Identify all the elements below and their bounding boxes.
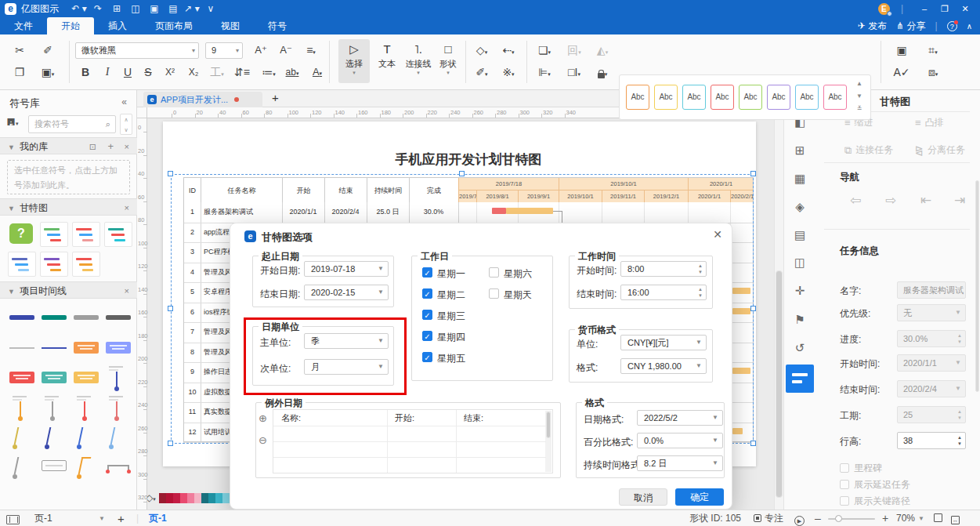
font-color-icon[interactable]: A▾	[307, 63, 327, 81]
layers-icon[interactable]: ◈	[784, 200, 815, 214]
help-icon[interactable]: ?	[947, 21, 957, 31]
menu-tab-插入[interactable]: 插入	[94, 17, 141, 34]
share-button[interactable]: ⋔ 分享	[896, 20, 925, 33]
timeline-symbol-12[interactable]	[8, 394, 38, 421]
presentation-icon[interactable]: ⚑	[784, 313, 815, 327]
active-page-tab[interactable]: 页-1	[149, 510, 167, 526]
palette-swatch-6[interactable]	[201, 493, 208, 503]
components-icon[interactable]: ⊞	[784, 143, 815, 158]
symbol-search-input[interactable]: 搜索符号 ⌕	[28, 115, 116, 133]
bullet-list-icon[interactable]: ≔▾	[259, 63, 279, 81]
gallery-up-icon[interactable]: ▲	[853, 80, 866, 87]
bold-icon[interactable]: B	[75, 63, 96, 81]
palette-swatch-4[interactable]	[187, 493, 194, 503]
flip-icon[interactable]: ◭▾	[592, 42, 613, 59]
field-开始日期[interactable]: 2019-07-18▼	[304, 261, 389, 277]
text-align-icon[interactable]: ≡▾	[301, 42, 321, 59]
timeline-symbol-20[interactable]	[8, 454, 38, 481]
close-button[interactable]: ✕	[955, 4, 975, 14]
cut-icon[interactable]: ✂	[9, 42, 30, 59]
font-family-select[interactable]: 微软雅黑▾	[75, 42, 199, 59]
nav-prev-icon[interactable]: ⇦	[850, 192, 861, 209]
timeline-symbol-0[interactable]	[8, 305, 38, 332]
maximize-button[interactable]: ❐	[935, 4, 955, 14]
timeline-symbol-21[interactable]	[40, 454, 70, 481]
add-exception-icon[interactable]: ⊕	[259, 412, 267, 424]
print-icon[interactable]: ▤	[164, 3, 183, 14]
checkbox-星期五[interactable]: ✓	[422, 352, 432, 362]
gantt-bar[interactable]	[506, 208, 553, 214]
page-select[interactable]: 页-1	[34, 510, 52, 526]
palette-swatch-7[interactable]	[208, 493, 215, 503]
selection-handle[interactable]	[750, 171, 756, 176]
selection-handle[interactable]	[459, 171, 465, 176]
timeline-symbol-19[interactable]	[104, 424, 134, 451]
increase-font-icon[interactable]: A⁺	[251, 42, 271, 59]
superscript-icon[interactable]: X²	[160, 63, 180, 81]
checkbox-星期一[interactable]: ✓	[422, 267, 432, 278]
effect-icon[interactable]: ※▾	[498, 63, 519, 81]
history-icon[interactable]: ↺	[784, 341, 815, 355]
open-file-icon[interactable]: ◫	[126, 3, 145, 14]
field-持续时间格式[interactable]: 8.2 日▼	[637, 455, 723, 471]
panel-scrollbar[interactable]	[975, 90, 980, 510]
zoom-out-button[interactable]: –	[815, 510, 821, 526]
selection-handle[interactable]	[750, 441, 756, 446]
field-主单位[interactable]: 季▼	[304, 333, 389, 349]
dropdown-caret-icon[interactable]: ▼	[712, 411, 718, 425]
field-结束时间[interactable]: 16:00▲▼	[620, 285, 707, 300]
palette-swatch-2[interactable]	[173, 493, 180, 503]
timeline-symbol-3[interactable]	[104, 305, 134, 332]
field-日期格式[interactable]: 2022/5/2▼	[637, 410, 723, 426]
timeline-symbol-17[interactable]	[40, 424, 70, 451]
group-icon[interactable]: 回▾	[564, 42, 584, 59]
line-style-icon[interactable]: ⇠▾	[498, 42, 519, 59]
distribute-icon[interactable]: □I▾	[564, 63, 584, 81]
field-次单位[interactable]: 月▼	[304, 359, 389, 375]
nav-last-icon[interactable]: ⇥	[954, 192, 965, 209]
menu-tab-文件[interactable]: 文件	[0, 17, 47, 34]
present-play-button[interactable]: ▶	[794, 510, 805, 526]
gantt-symbol-6[interactable]	[72, 252, 100, 277]
timeline-symbol-14[interactable]	[72, 394, 102, 421]
zoom-slider-knob[interactable]	[835, 515, 842, 522]
timeline-symbol-15[interactable]	[104, 394, 134, 421]
image-icon[interactable]: ▦	[784, 172, 815, 186]
menu-tab-视图[interactable]: 视图	[207, 17, 254, 34]
timeline-symbol-23[interactable]	[104, 454, 134, 481]
line-spacing-icon[interactable]: ⇵≡	[232, 63, 252, 81]
user-avatar[interactable]: E	[878, 3, 890, 15]
style-swatch-5[interactable]: Abc	[767, 85, 790, 110]
panel-field-行高[interactable]: 38▲▼	[897, 432, 966, 449]
remove-exception-icon[interactable]: ⊖	[259, 434, 267, 446]
add-page-button[interactable]: +	[118, 510, 125, 526]
gantt-symbol-1[interactable]	[40, 222, 68, 247]
subscript-icon[interactable]: X₂	[183, 63, 204, 81]
gantt-symbol-help[interactable]: ?	[8, 222, 36, 247]
style-swatch-1[interactable]: Abc	[654, 85, 678, 110]
close-timeline-section-icon[interactable]: ×	[125, 282, 129, 299]
gantt-panel-icon[interactable]	[786, 365, 814, 393]
timeline-symbol-7[interactable]	[104, 335, 134, 361]
dropdown-caret-icon[interactable]: ▼	[712, 433, 718, 448]
spinner-icon[interactable]: ▲▼	[957, 434, 962, 447]
selection-handle[interactable]	[168, 306, 173, 311]
timeline-symbol-8[interactable]	[8, 365, 38, 391]
field-开始时间[interactable]: 8:00▲▼	[620, 261, 707, 277]
timeline-symbol-18[interactable]	[72, 424, 102, 451]
gantt-symbol-5[interactable]	[40, 252, 68, 277]
copy-icon[interactable]: ❐	[9, 63, 30, 81]
style-swatch-3[interactable]: Abc	[711, 85, 734, 110]
style-swatch-0[interactable]: Abc	[626, 85, 649, 110]
timeline-symbol-13[interactable]	[40, 394, 70, 421]
palette-swatch-0[interactable]	[159, 493, 166, 503]
section-timeline[interactable]: ▼项目时间线 ×	[0, 281, 137, 299]
link-task-button[interactable]: ⧉连接任务	[844, 143, 893, 157]
gallery-down-icon[interactable]: ▼	[853, 93, 866, 100]
fit-screen-icon[interactable]	[934, 510, 942, 526]
selection-handle[interactable]	[750, 306, 756, 311]
menu-tab-页面布局[interactable]: 页面布局	[141, 17, 207, 34]
shape-tool[interactable]: □ 形状▾	[432, 39, 464, 83]
palette-swatch-1[interactable]	[166, 493, 173, 503]
menu-tab-开始[interactable]: 开始	[47, 17, 94, 34]
